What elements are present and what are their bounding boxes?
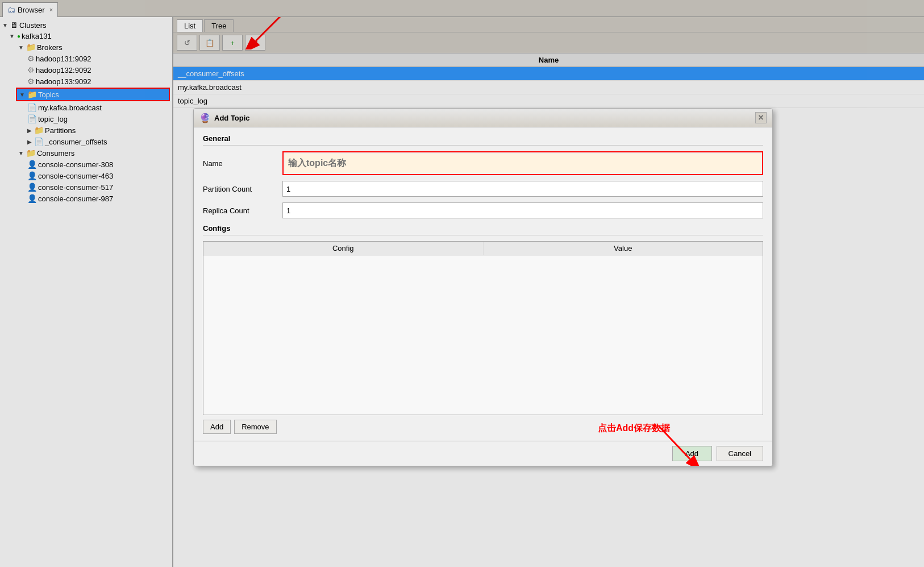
name-field-row: Name	[203, 151, 763, 175]
config-col-header: Config	[203, 242, 484, 255]
replica-count-label: Replica Count	[203, 206, 282, 215]
dialog-add-button[interactable]: Add	[672, 446, 712, 461]
partition-count-label: Partition Count	[203, 185, 282, 193]
value-col-header: Value	[484, 242, 763, 255]
remove-config-button[interactable]: Remove	[234, 420, 276, 434]
dialog-body: General Name Partition Count Replica Cou…	[194, 127, 772, 441]
name-label: Name	[203, 159, 282, 168]
dialog-title-text: Add Topic	[214, 114, 250, 122]
replica-count-input[interactable]	[282, 202, 763, 218]
dialog-footer: 点击Add保存数据 Add Cancel	[194, 441, 772, 466]
save-hint-text: 点击Add保存数据	[598, 423, 670, 434]
replica-count-row: Replica Count	[203, 202, 763, 218]
configs-section-heading: Configs	[203, 224, 763, 235]
dialog-close-button[interactable]: ×	[755, 112, 767, 123]
configs-body	[203, 255, 763, 415]
configs-table-header: Config Value	[203, 242, 763, 255]
add-topic-dialog: 🔮 Add Topic × General Name Partition Cou…	[193, 108, 773, 466]
add-config-button[interactable]: Add	[203, 420, 231, 434]
modal-overlay: 🔮 Add Topic × General Name Partition Cou…	[0, 0, 924, 567]
configs-section: Configs Config Value Add Remove	[203, 224, 763, 434]
partition-count-input[interactable]	[282, 181, 763, 197]
name-input[interactable]	[285, 154, 761, 173]
dialog-header: 🔮 Add Topic ×	[194, 109, 772, 127]
partition-count-row: Partition Count	[203, 181, 763, 197]
configs-table: Config Value	[203, 241, 763, 415]
dialog-title-icon: 🔮	[199, 113, 211, 123]
configs-buttons: Add Remove	[203, 420, 763, 434]
dialog-title: 🔮 Add Topic	[199, 113, 250, 123]
dialog-cancel-button[interactable]: Cancel	[717, 446, 763, 461]
general-section-heading: General	[203, 134, 763, 146]
